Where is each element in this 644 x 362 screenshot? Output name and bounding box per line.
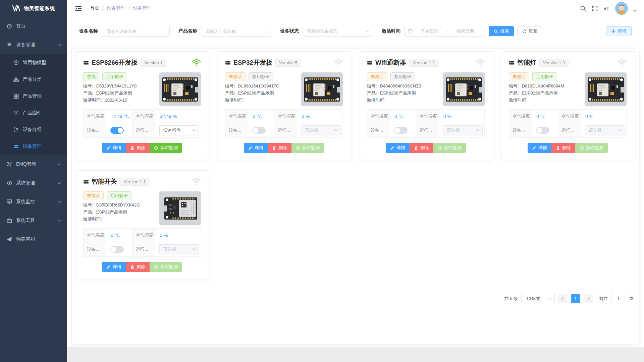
device-photo bbox=[443, 72, 485, 106]
realtime-monitor-button[interactable]: 实时监测 bbox=[150, 143, 182, 153]
chevron-down-icon bbox=[618, 129, 622, 131]
device-status-tag: 在线 bbox=[83, 72, 99, 81]
device-status-tag: 未激活 bbox=[225, 72, 246, 81]
grid-icon bbox=[13, 94, 19, 99]
sidebar-item-product-firmware[interactable]: 产品固件 bbox=[0, 105, 67, 121]
product-name-label: 产品名称 bbox=[178, 28, 197, 34]
humidity-label: 空气湿度 bbox=[132, 110, 155, 123]
page-size-select[interactable]: 10条/页 bbox=[521, 294, 555, 303]
run-mode-select[interactable]: 请选择 bbox=[585, 125, 625, 135]
product-name-input[interactable] bbox=[201, 26, 271, 37]
app-title: 物美智能系统 bbox=[24, 5, 55, 12]
fullscreen-icon[interactable] bbox=[592, 5, 598, 12]
detail-button[interactable]: 详情 bbox=[244, 143, 268, 153]
sidebar-item-thing-model[interactable]: 通用物模型 bbox=[0, 54, 67, 71]
chevron-down-icon bbox=[57, 163, 61, 166]
sidebar-item-device-management[interactable]: 设备管理 bbox=[0, 36, 67, 54]
sidebar-item-system-management[interactable]: 系统管理 bbox=[0, 174, 67, 192]
run-mode-label: 运行... bbox=[132, 123, 155, 138]
goto-page-input[interactable] bbox=[611, 294, 626, 303]
serial-value: D40409640636CNZ3 bbox=[380, 84, 421, 88]
search-icon[interactable] bbox=[580, 5, 586, 12]
chevron-down-icon bbox=[548, 298, 552, 300]
device-switch-toggle[interactable] bbox=[252, 127, 266, 134]
active-time-label: 激活时间: bbox=[509, 98, 528, 102]
page-number-button[interactable]: 1 bbox=[571, 294, 580, 303]
device-card: ESP8266开发板 Version 1 在线启用影子 编号: D6329VL5… bbox=[76, 51, 209, 160]
humidity-value: 0 % bbox=[297, 110, 343, 123]
device-switch-label: 设备... bbox=[84, 242, 106, 257]
realtime-monitor-button[interactable]: 实时监测 bbox=[433, 143, 466, 153]
prev-page-button[interactable] bbox=[558, 294, 568, 303]
delete-button[interactable]: 删除 bbox=[268, 143, 291, 153]
humidity-label: 空气湿度 bbox=[558, 110, 581, 123]
device-switch-toggle[interactable] bbox=[536, 127, 549, 134]
run-mode-select[interactable]: 请选择 bbox=[443, 125, 483, 135]
device-switch-label: 设备... bbox=[84, 123, 106, 138]
sidebar-item-label: 系统工具 bbox=[16, 218, 35, 224]
detail-button[interactable]: 详情 bbox=[102, 143, 126, 153]
wifi-status-icon bbox=[192, 59, 201, 66]
sidebar-item-system-monitor[interactable]: 系统监控 bbox=[0, 192, 67, 211]
temp-value: 12.49 ℃ bbox=[106, 110, 132, 123]
device-name-input[interactable] bbox=[102, 26, 170, 37]
card-header: ESP32开发板 Version 5 bbox=[225, 57, 343, 68]
reset-button[interactable]: 重置 bbox=[517, 26, 542, 36]
breadcrumb-device-management[interactable]: 设备管理 bbox=[107, 5, 125, 11]
sidebar-item-device-group[interactable]: 设备分组 bbox=[0, 121, 67, 138]
sidebar-item-product-management[interactable]: 产品管理 bbox=[0, 88, 67, 105]
sidebar-item-product-category[interactable]: 产品分类 bbox=[0, 71, 67, 88]
detail-button-label: 详情 bbox=[113, 264, 121, 270]
chevron-down-icon bbox=[192, 248, 196, 250]
sidebar-item-wumei-smart[interactable]: 物美智能 bbox=[0, 230, 67, 249]
active-time-range-picker[interactable]: 开始日期 - 结束日期 bbox=[404, 26, 483, 37]
run-mode-select[interactable]: 请选择 bbox=[159, 244, 199, 254]
detail-button[interactable]: 详情 bbox=[386, 143, 410, 153]
delete-button[interactable]: 删除 bbox=[126, 262, 150, 272]
chevron-down-icon bbox=[57, 201, 61, 203]
device-switch-toggle[interactable] bbox=[394, 127, 408, 134]
sidebar-toggle-icon[interactable] bbox=[75, 5, 82, 12]
realtime-monitor-button[interactable]: 实时监测 bbox=[575, 143, 608, 153]
next-page-button[interactable] bbox=[584, 294, 593, 303]
run-mode-select[interactable]: 低速档位 bbox=[159, 125, 199, 135]
realtime-monitor-button[interactable]: 实时监测 bbox=[150, 262, 182, 272]
trash-icon bbox=[272, 146, 276, 150]
telemetry-table: 空气温度 0 ℃ 空气湿度 0 % 设备... 运行... 请选择 bbox=[225, 109, 343, 138]
version-badge: Version 1.3 bbox=[539, 59, 569, 67]
chevron-down-icon bbox=[366, 30, 369, 33]
sidebar-item-label: 设备分组 bbox=[23, 127, 42, 133]
sidebar-item-emq-management[interactable]: EMQ管理 bbox=[0, 155, 67, 174]
realtime-monitor-button[interactable]: 实时监测 bbox=[291, 143, 324, 153]
user-avatar[interactable] bbox=[615, 2, 628, 15]
detail-button-label: 详情 bbox=[113, 145, 121, 151]
pencil-icon bbox=[532, 146, 536, 150]
chevron-down-icon bbox=[476, 129, 480, 131]
sidebar-item-home[interactable]: 首页 bbox=[0, 17, 67, 36]
device-status-select[interactable]: 请选择设备状态 bbox=[303, 26, 373, 37]
sidebar-item-label: 产品固件 bbox=[23, 110, 42, 116]
plus-icon bbox=[611, 29, 615, 33]
device-title: ESP32开发板 bbox=[233, 58, 272, 67]
temp-value: 0 ℃ bbox=[106, 229, 132, 242]
run-mode-select[interactable]: 请选择 bbox=[301, 125, 341, 135]
firmware-icon bbox=[13, 110, 19, 116]
app-logo[interactable]: 物美智能系统 bbox=[0, 0, 67, 17]
font-size-icon[interactable] bbox=[603, 5, 610, 12]
search-button[interactable]: 搜索 bbox=[489, 26, 514, 36]
detail-button[interactable]: 详情 bbox=[528, 143, 551, 153]
delete-button[interactable]: 删除 bbox=[410, 143, 433, 153]
delete-button[interactable]: 删除 bbox=[126, 143, 150, 153]
device-switch-toggle[interactable] bbox=[110, 127, 124, 134]
user-menu-caret-icon[interactable] bbox=[633, 10, 637, 12]
breadcrumb-home[interactable]: 首页 bbox=[90, 5, 99, 11]
page-unit-label: 页 bbox=[629, 296, 634, 302]
detail-button[interactable]: 详情 bbox=[102, 262, 126, 272]
sidebar-item-system-tools[interactable]: 系统工具 bbox=[0, 211, 67, 230]
add-device-button[interactable]: 新增 bbox=[606, 26, 632, 36]
breadcrumb-separator: / bbox=[102, 6, 104, 11]
delete-button[interactable]: 删除 bbox=[551, 143, 575, 153]
temp-label: 空气温度 bbox=[367, 110, 390, 123]
device-switch-toggle[interactable] bbox=[110, 246, 124, 253]
sidebar-item-device-list[interactable]: 设备管理 bbox=[0, 138, 67, 155]
